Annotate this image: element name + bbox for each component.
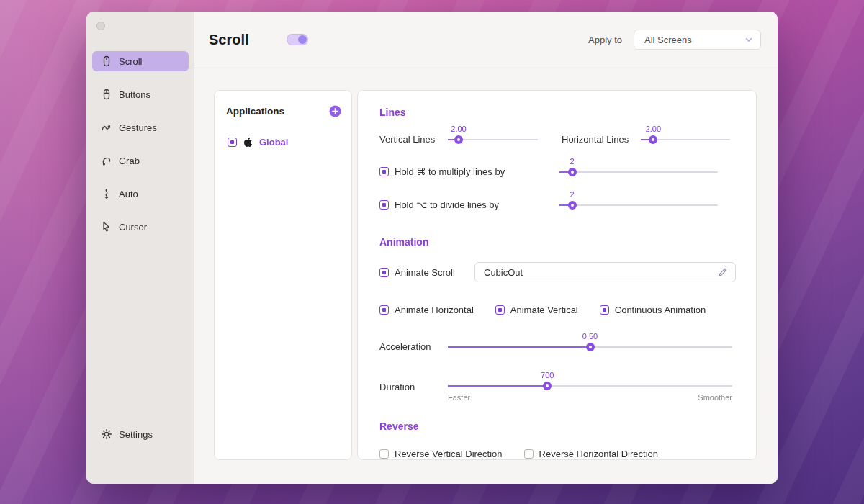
vertical-lines-label: Vertical Lines: [379, 134, 448, 145]
slider-thumb[interactable]: [454, 135, 463, 144]
slider-value: 2.00: [451, 125, 466, 133]
duration-min-hint: Faster: [448, 393, 470, 402]
screen-select-dropdown[interactable]: All Screens: [634, 30, 761, 50]
acceleration-label: Acceleration: [379, 341, 448, 352]
reverse-horizontal-label: Reverse Horizontal Direction: [539, 449, 658, 459]
apple-icon: [243, 137, 253, 148]
animate-horizontal-checkbox[interactable]: [379, 305, 389, 315]
animation-heading: Animation: [379, 236, 736, 248]
sidebar-item-settings[interactable]: Settings: [92, 424, 189, 444]
divide-lines-slider[interactable]: 2: [559, 200, 718, 210]
multiply-lines-checkbox[interactable]: [379, 167, 389, 176]
grab-icon: [101, 155, 112, 166]
sidebar-item-label: Settings: [119, 429, 153, 440]
sidebar-item-label: Cursor: [119, 222, 147, 233]
divide-lines-label: Hold ⌥ to divide lines by: [395, 199, 499, 210]
app-window: Scroll Buttons Gestures Grab Auto Cursor: [86, 12, 778, 484]
global-checkbox[interactable]: [228, 138, 237, 147]
horizontal-lines-slider[interactable]: 2.00: [641, 135, 730, 145]
main-area: Scroll Apply to All Screens Applications: [194, 12, 778, 484]
settings-panel: Lines Vertical Lines 2.00 Horizontal Lin…: [357, 90, 757, 460]
sidebar-item-label: Scroll: [119, 56, 143, 67]
reverse-vertical-label: Reverse Vertical Direction: [395, 449, 503, 459]
continuous-animation-checkbox[interactable]: [600, 305, 609, 315]
chevron-down-icon: [744, 35, 753, 44]
slider-value: 2: [570, 190, 575, 199]
gesture-icon: [101, 122, 112, 133]
sidebar-item-buttons[interactable]: Buttons: [92, 84, 189, 104]
acceleration-slider[interactable]: 0.50: [448, 342, 732, 352]
sidebar-item-label: Auto: [119, 189, 138, 199]
slider-value: 2: [570, 157, 575, 166]
window-close-button[interactable]: [96, 22, 105, 30]
sidebar-item-scroll[interactable]: Scroll: [92, 51, 189, 71]
pencil-icon: [718, 267, 728, 277]
easing-select[interactable]: CubicOut: [474, 262, 736, 282]
slider-thumb[interactable]: [586, 343, 595, 351]
multiply-lines-slider[interactable]: 2: [559, 167, 718, 177]
applications-title: Applications: [226, 106, 284, 117]
easing-value: CubicOut: [484, 267, 523, 278]
divide-lines-checkbox[interactable]: [379, 200, 389, 210]
mouse-scroll-icon: [101, 55, 112, 67]
screen-select-value: All Screens: [644, 35, 692, 45]
slider-thumb[interactable]: [568, 168, 577, 176]
slider-thumb[interactable]: [568, 201, 577, 210]
global-label: Global: [259, 137, 288, 148]
duration-slider[interactable]: 700: [448, 381, 732, 391]
sidebar-item-label: Gestures: [119, 122, 157, 133]
applications-panel: Applications Global: [214, 90, 352, 460]
sidebar-nav: Scroll Buttons Gestures Grab Auto Cursor: [86, 51, 194, 237]
apply-to-label: Apply to: [588, 35, 622, 45]
duration-label: Duration: [379, 382, 448, 392]
slider-value: 0.50: [582, 332, 598, 341]
slider-thumb[interactable]: [543, 382, 552, 390]
continuous-animation-label: Continuous Animation: [615, 305, 706, 315]
slider-value: 2.00: [646, 125, 661, 133]
animate-vertical-label: Animate Vertical: [510, 305, 578, 315]
animate-scroll-checkbox[interactable]: [379, 268, 389, 277]
application-row-global[interactable]: Global: [228, 137, 343, 148]
page-title: Scroll: [209, 32, 249, 48]
gear-icon: [101, 428, 112, 440]
sidebar-item-auto[interactable]: Auto: [92, 184, 189, 204]
sidebar-item-label: Grab: [119, 156, 140, 166]
slider-thumb[interactable]: [649, 135, 657, 144]
sidebar-item-gestures[interactable]: Gestures: [92, 117, 189, 138]
sidebar-item-label: Buttons: [119, 89, 150, 100]
duration-max-hint: Smoother: [698, 393, 732, 402]
sidebar-item-cursor[interactable]: Cursor: [92, 217, 189, 237]
cursor-icon: [101, 221, 112, 233]
vertical-lines-slider[interactable]: 2.00: [448, 135, 538, 145]
animate-vertical-checkbox[interactable]: [495, 305, 505, 315]
sidebar: Scroll Buttons Gestures Grab Auto Cursor: [86, 12, 194, 484]
reverse-vertical-checkbox[interactable]: [379, 449, 389, 459]
animate-scroll-label: Animate Scroll: [395, 267, 455, 278]
animate-horizontal-label: Animate Horizontal: [395, 305, 474, 315]
reverse-horizontal-checkbox[interactable]: [524, 449, 534, 459]
header: Scroll Apply to All Screens: [194, 12, 778, 68]
sidebar-item-grab[interactable]: Grab: [92, 150, 189, 171]
mouse-buttons-icon: [101, 89, 112, 100]
auto-icon: [101, 188, 112, 199]
lines-heading: Lines: [379, 107, 736, 118]
multiply-lines-label: Hold ⌘ to multiply lines by: [395, 166, 505, 177]
add-application-button[interactable]: [329, 105, 341, 117]
toggle-knob: [298, 35, 307, 44]
reverse-heading: Reverse: [379, 420, 736, 432]
scroll-enabled-toggle[interactable]: [287, 34, 308, 45]
slider-value: 700: [541, 371, 554, 379]
horizontal-lines-label: Horizontal Lines: [562, 134, 641, 145]
